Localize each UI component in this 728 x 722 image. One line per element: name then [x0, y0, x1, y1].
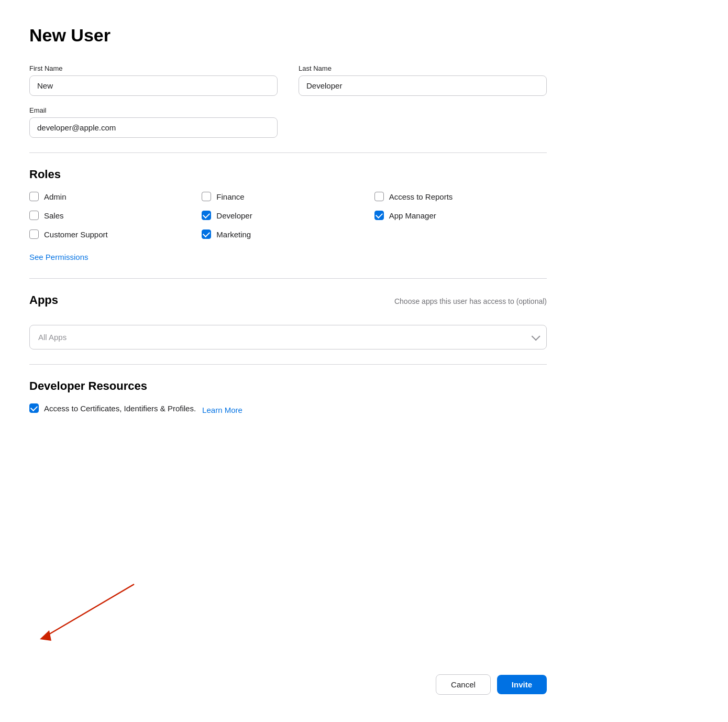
footer-buttons: Cancel Invite — [436, 674, 547, 695]
apps-hint: Choose apps this user has access to (opt… — [394, 297, 547, 305]
roles-empty-cell — [374, 229, 547, 242]
learn-more-link[interactable]: Learn More — [202, 406, 242, 414]
role-sales-checkbox[interactable] — [29, 211, 39, 220]
role-developer-label: Developer — [216, 211, 252, 220]
role-marketing[interactable]: Marketing — [202, 229, 374, 239]
invite-button[interactable]: Invite — [497, 675, 547, 694]
name-row: First Name Last Name — [29, 64, 547, 96]
role-marketing-label: Marketing — [216, 230, 251, 239]
svg-line-0 — [45, 584, 134, 637]
role-app-manager[interactable]: App Manager — [374, 211, 547, 220]
role-access-reports-checkbox[interactable] — [374, 192, 384, 201]
last-name-group: Last Name — [299, 64, 547, 96]
chevron-down-icon — [532, 332, 541, 341]
apps-section: Apps Choose apps this user has access to… — [29, 293, 547, 349]
dev-resources-checkbox-label[interactable]: Access to Certificates, Identifiers & Pr… — [29, 403, 196, 413]
role-customer-support-label: Customer Support — [44, 230, 108, 239]
see-permissions-link[interactable]: See Permissions — [29, 253, 89, 261]
cancel-button[interactable]: Cancel — [436, 674, 491, 695]
roles-section: Roles Admin Finance Access to Reports Sa… — [29, 168, 547, 264]
role-admin-checkbox[interactable] — [29, 192, 39, 201]
dev-resources-row: Access to Certificates, Identifiers & Pr… — [29, 403, 547, 416]
dev-resources-title: Developer Resources — [29, 379, 547, 393]
svg-marker-1 — [40, 630, 51, 641]
arrow-annotation — [29, 579, 145, 649]
role-customer-support[interactable]: Customer Support — [29, 229, 202, 239]
dev-resources-checkbox[interactable] — [29, 403, 39, 413]
apps-dropdown[interactable]: All Apps — [29, 325, 547, 349]
page-title: New User — [29, 25, 547, 46]
dev-resources-section: Developer Resources Access to Certificat… — [29, 379, 547, 416]
role-admin[interactable]: Admin — [29, 192, 202, 201]
last-name-input[interactable] — [299, 75, 547, 96]
email-row: Email — [29, 106, 547, 138]
role-customer-support-checkbox[interactable] — [29, 229, 39, 239]
role-sales-label: Sales — [44, 211, 64, 220]
email-label: Email — [29, 106, 278, 114]
roles-title: Roles — [29, 168, 547, 181]
first-name-label: First Name — [29, 64, 278, 72]
divider-3 — [29, 364, 547, 365]
role-finance-label: Finance — [216, 192, 244, 201]
apps-title: Apps — [29, 293, 58, 307]
role-app-manager-label: App Manager — [389, 211, 436, 220]
first-name-input[interactable] — [29, 75, 278, 96]
role-finance-checkbox[interactable] — [202, 192, 211, 201]
role-sales[interactable]: Sales — [29, 211, 202, 220]
dev-resources-label: Access to Certificates, Identifiers & Pr… — [44, 404, 196, 413]
role-access-reports-label: Access to Reports — [389, 192, 453, 201]
role-marketing-checkbox[interactable] — [202, 229, 211, 239]
email-group: Email — [29, 106, 278, 138]
role-developer[interactable]: Developer — [202, 211, 374, 220]
divider-2 — [29, 278, 547, 279]
role-developer-checkbox[interactable] — [202, 211, 211, 220]
role-admin-label: Admin — [44, 192, 67, 201]
first-name-group: First Name — [29, 64, 278, 96]
roles-grid: Admin Finance Access to Reports Sales De… — [29, 192, 547, 242]
role-access-reports[interactable]: Access to Reports — [374, 192, 547, 201]
role-app-manager-checkbox[interactable] — [374, 211, 384, 220]
last-name-label: Last Name — [299, 64, 547, 72]
divider-1 — [29, 152, 547, 153]
apps-dropdown-value: All Apps — [38, 333, 67, 342]
role-finance[interactable]: Finance — [202, 192, 374, 201]
email-input[interactable] — [29, 117, 278, 138]
apps-header: Apps Choose apps this user has access to… — [29, 293, 547, 318]
